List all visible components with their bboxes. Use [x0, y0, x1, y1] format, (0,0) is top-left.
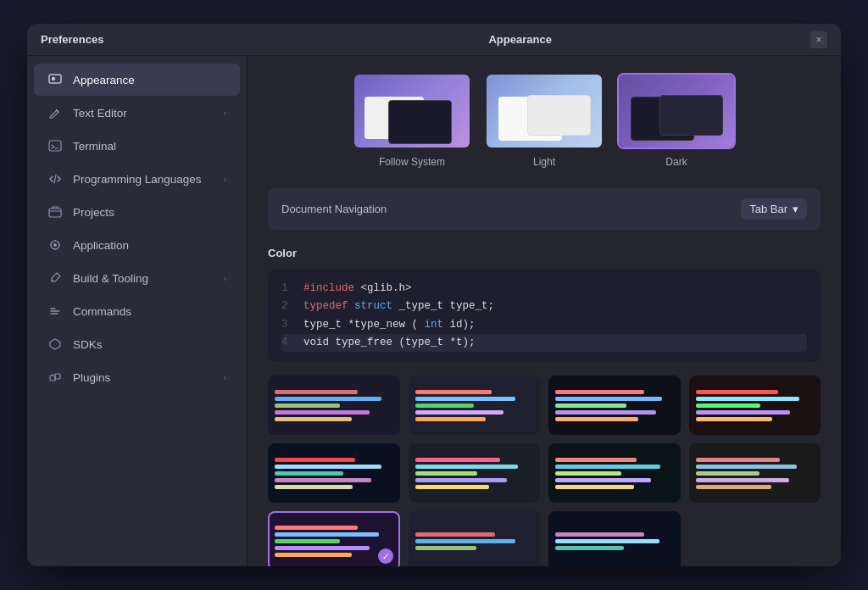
swatch-line [555, 546, 624, 550]
swatch-line [555, 532, 644, 537]
theme-card-dark[interactable]: Dark [617, 73, 736, 168]
swatch-line [415, 410, 504, 415]
swatch-inner-6 [410, 445, 539, 501]
sidebar-item-text-editor[interactable]: Text Editor › [34, 97, 240, 129]
selected-check-badge: ✓ [378, 548, 393, 564]
swatch-line [555, 465, 660, 469]
kw-glib: <glib.h> [361, 282, 412, 294]
swatch-line [275, 417, 352, 421]
swatch-line [415, 546, 477, 550]
code-line-3: 3 type_t *type_new ( int id); [281, 316, 807, 334]
swatch-line [555, 390, 644, 394]
programming-languages-chevron: › [223, 174, 226, 184]
plugins-icon [47, 370, 63, 385]
swatch-inner-7 [550, 445, 679, 501]
text-editor-icon [47, 105, 63, 120]
swatch-line [696, 478, 789, 482]
main-title: Appearance [488, 33, 551, 46]
programming-languages-icon [47, 171, 63, 186]
titlebar: Preferences Appearance × [27, 24, 841, 56]
swatch-line [555, 417, 638, 421]
sidebar-item-appearance[interactable]: Appearance [34, 64, 240, 96]
swatch-line [275, 404, 340, 408]
window-content: Appearance Text Editor › [27, 56, 841, 566]
code-line-1: 1 #include <glib.h> [281, 280, 807, 298]
sidebar-item-text-editor-label: Text Editor [73, 107, 213, 120]
code-line-2: 2 typedef struct _type_t type_t; [281, 298, 807, 315]
swatch-line [415, 404, 475, 408]
color-swatch-10[interactable] [409, 511, 541, 566]
swatch-line [275, 410, 370, 415]
sidebar-item-projects[interactable]: Projects [34, 196, 240, 228]
swatch-line [275, 471, 343, 476]
follow-system-dark-window [388, 100, 452, 144]
svg-rect-2 [49, 141, 61, 151]
tab-bar-select[interactable]: Tab Bar ▾ [741, 198, 807, 220]
swatch-line [555, 471, 621, 476]
swatch-inner-4 [691, 377, 820, 433]
swatch-line [555, 458, 637, 462]
sidebar-item-commands-label: Commands [73, 305, 226, 318]
text-editor-chevron: › [223, 108, 226, 118]
color-swatch-4[interactable] [689, 376, 821, 435]
sidebar: Appearance Text Editor › [27, 56, 248, 566]
terminal-icon [47, 138, 63, 153]
color-swatch-selected[interactable]: ✓ [268, 511, 400, 566]
sidebar-item-commands[interactable]: Commands [34, 295, 240, 327]
swatch-inner-2 [410, 377, 539, 433]
plugins-chevron: › [223, 372, 226, 382]
sidebar-item-programming-languages-label: Programming Languages [73, 173, 213, 186]
code-line-4: 4 void type_free (type_t *t); [281, 334, 807, 352]
kw-struct: struct [354, 300, 392, 312]
color-swatch-6[interactable] [409, 443, 541, 503]
color-swatch-5[interactable] [268, 443, 400, 503]
color-swatch-2[interactable] [409, 376, 541, 435]
sidebar-item-terminal[interactable]: Terminal [34, 130, 240, 162]
color-swatch-3[interactable] [548, 376, 681, 435]
color-swatch-1[interactable] [268, 376, 400, 435]
kw-type-t: _type_t type_t; [399, 300, 495, 312]
sidebar-item-programming-languages[interactable]: Programming Languages › [34, 163, 240, 195]
swatch-inner-11 [550, 513, 679, 566]
sidebar-item-sdks[interactable]: SDKs [34, 328, 240, 360]
swatch-line [415, 397, 516, 401]
sidebar-item-application[interactable]: Application [34, 229, 240, 261]
sidebar-item-terminal-label: Terminal [73, 140, 226, 153]
swatch-line [696, 404, 761, 408]
swatch-line [696, 465, 798, 469]
kw-include: #include [303, 282, 354, 294]
code-content-2: typedef struct _type_t type_t; [303, 298, 494, 315]
swatch-line [415, 478, 508, 482]
theme-card-follow-system[interactable]: Follow System [353, 73, 471, 168]
kw-type_t: type_t [303, 319, 348, 331]
color-swatch-7[interactable] [548, 443, 681, 503]
line-number-3: 3 [281, 316, 293, 334]
swatch-line [555, 404, 626, 408]
theme-cards: Follow System Light [268, 73, 821, 168]
sidebar-title: Preferences [41, 33, 103, 46]
sidebar-item-plugins[interactable]: Plugins › [34, 361, 240, 393]
swatch-line [696, 417, 773, 421]
swatch-line [275, 532, 379, 537]
line-number-4: 4 [281, 334, 293, 352]
kw-star-type-new: *type_new ( [348, 319, 419, 331]
swatch-inner-10 [410, 513, 539, 566]
swatch-line [275, 526, 358, 530]
tab-bar-value: Tab Bar [749, 203, 787, 215]
close-button[interactable]: × [810, 31, 827, 48]
sidebar-item-build-tooling[interactable]: Build & Tooling › [34, 262, 240, 294]
swatch-line [555, 539, 659, 543]
kw-id: id); [450, 319, 476, 331]
theme-card-light[interactable]: Light [485, 73, 604, 168]
code-preview: 1 #include <glib.h> 2 typedef struct _ty… [268, 270, 821, 362]
swatch-line [275, 390, 358, 394]
sdks-icon [47, 337, 63, 352]
swatch-line [696, 410, 791, 415]
appearance-icon [47, 72, 63, 87]
color-swatch-11[interactable] [548, 511, 681, 566]
code-content-4: void type_free (type_t *t); [303, 334, 476, 352]
line-number-2: 2 [281, 298, 293, 315]
swatch-line [555, 397, 662, 401]
color-swatch-8[interactable] [689, 443, 821, 503]
build-tooling-icon [47, 270, 63, 286]
